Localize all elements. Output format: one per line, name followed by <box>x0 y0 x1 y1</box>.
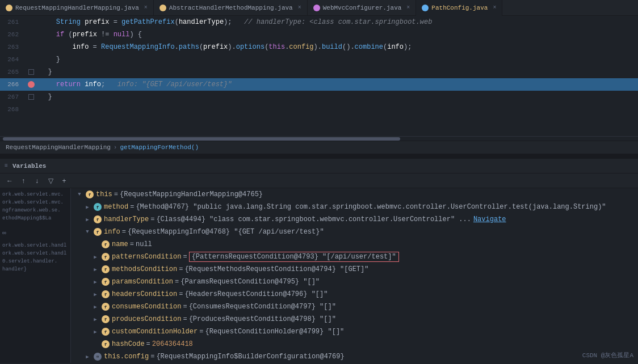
patterns-icon: f <box>102 253 110 261</box>
code-261: String prefix = getPathPrefix(handlerTyp… <box>37 18 638 26</box>
tab-close[interactable]: × <box>144 5 148 11</box>
var-row-params[interactable]: ▶ f paramsCondition = {ParamsRequestCond… <box>71 276 638 288</box>
methods-icon: f <box>102 265 110 273</box>
expand-handlertype[interactable]: ▶ <box>83 215 91 223</box>
expand-headers[interactable]: ▶ <box>91 290 99 298</box>
var-eq-patterns: = <box>183 253 187 261</box>
method-icon: f <box>94 203 102 211</box>
var-row-this[interactable]: ▼ f this = {RequestMappingHandlerMapping… <box>71 188 638 201</box>
hash-icon: f <box>102 340 110 348</box>
code-line-266: 266 return info; info: "{GET /api/user/t… <box>0 78 638 91</box>
sidebar-text-9: ork.web.servlet.handl <box>0 242 70 249</box>
line-number: 261 <box>0 19 26 26</box>
expand-consumes[interactable]: ▶ <box>91 303 99 311</box>
var-row-consumes[interactable]: ▶ f consumesCondition = {ConsumesRequest… <box>71 300 638 313</box>
sidebar-text-1: ork.web.servlet.mvc. <box>0 191 70 198</box>
navigate-link[interactable]: Navigate <box>473 215 506 223</box>
code-scrollbar-h[interactable] <box>0 136 638 141</box>
var-row-methods[interactable]: ▶ f methodsCondition = {RequestMethodsRe… <box>71 263 638 276</box>
var-row-hash[interactable]: f hashCode = 2064364418 <box>71 338 638 350</box>
expand-methods[interactable]: ▶ <box>91 265 99 273</box>
var-eq-config: = <box>150 353 154 361</box>
gutter-266 <box>26 81 37 88</box>
line-number: 264 <box>0 56 26 63</box>
var-row-custom[interactable]: ▶ f customConditionHolder = {RequestCond… <box>71 325 638 338</box>
line-number: 267 <box>0 94 26 100</box>
code-line-261: 261 String prefix = getPathPrefix(handle… <box>0 16 638 28</box>
watermark: CSDN @灰色孤星A <box>582 351 633 359</box>
custom-icon: f <box>102 328 110 336</box>
produces-icon: f <box>102 315 110 323</box>
var-content: ▼ f this = {RequestMappingHandlerMapping… <box>71 188 638 363</box>
var-val-hash: 2064364418 <box>152 340 193 348</box>
tab-close-2[interactable]: × <box>298 5 301 11</box>
consumes-icon: f <box>102 303 110 311</box>
var-row-handlertype[interactable]: ▶ f handlerType = {Class@4494} "class co… <box>71 213 638 226</box>
var-name-config: this.config <box>104 353 149 361</box>
expand-method[interactable]: ▶ <box>83 203 91 211</box>
expand-custom[interactable]: ▶ <box>91 328 99 336</box>
var-name-patterns: patternsCondition <box>112 253 181 261</box>
panel-title: Variables <box>12 163 46 170</box>
var-row-produces[interactable]: ▶ f producesCondition = {ProducesRequest… <box>71 313 638 325</box>
toolbar-down-btn[interactable]: ↓ <box>32 176 42 186</box>
var-val-info: {RequestMappingInfo@4768} "{GET /api/use… <box>128 228 324 236</box>
expand-config[interactable]: ▶ <box>83 353 91 361</box>
var-val-name: null <box>136 240 152 248</box>
var-name-name: name <box>112 240 128 248</box>
var-val-handlertype: {Class@4494} "class com.star.springboot.… <box>156 215 471 223</box>
var-val-methods: {RequestMethodsRequestCondition@4794} "[… <box>184 265 368 273</box>
var-eq-hash: = <box>146 340 150 348</box>
var-val-produces: {ProducesRequestCondition@4798} "[]" <box>189 315 336 323</box>
sidebar-text-4: ethodMapping$$La <box>0 214 70 222</box>
code-266: return info; info: "{GET /api/user/test}… <box>37 81 638 88</box>
var-toolbar: ← ↑ ↓ ▽ + <box>0 173 638 188</box>
toolbar-add-btn[interactable]: + <box>59 176 69 186</box>
tab-webmvc[interactable]: WebMvcConfigurer.java × <box>308 0 417 16</box>
var-row-info[interactable]: ▼ f info = {RequestMappingInfo@4768} "{G… <box>71 226 638 238</box>
code-line-268: 268 <box>0 103 638 116</box>
var-val-headers: {HeadersRequestCondition@4796} "[]" <box>184 290 328 298</box>
handler-icon: f <box>94 215 102 223</box>
var-row-config[interactable]: ▶ ∞ this.config = {RequestMappingInfo$Bu… <box>71 350 638 363</box>
toolbar-up-btn[interactable]: ↑ <box>18 176 28 186</box>
toolbar-back-btn[interactable]: ← <box>5 176 15 186</box>
tab-request-mapping[interactable]: RequestMappingHandlerMapping.java × <box>0 0 154 16</box>
name-icon: f <box>102 240 110 248</box>
expand-produces[interactable]: ▶ <box>91 315 99 323</box>
var-val-custom: {RequestConditionHolder@4799} "[]" <box>205 328 344 336</box>
gutter-267 <box>26 94 37 100</box>
expand-patterns[interactable]: ▶ <box>91 253 99 261</box>
tab-close-4[interactable]: × <box>493 5 496 11</box>
var-row-name[interactable]: f name = null <box>71 238 638 251</box>
tab-close-3[interactable]: × <box>406 5 410 11</box>
expand-params[interactable]: ▶ <box>91 278 99 286</box>
expand-info[interactable]: ▼ <box>83 228 91 236</box>
panel-header: ≡ Variables <box>0 159 638 173</box>
var-val-config: {RequestMappingInfo$BuilderConfiguration… <box>156 353 344 361</box>
line-number: 263 <box>0 44 26 50</box>
var-left-sidebar: ork.web.servlet.mvc. ork.web.servlet.mvc… <box>0 188 71 363</box>
var-row-headers[interactable]: ▶ f headersCondition = {HeadersRequestCo… <box>71 288 638 300</box>
var-list: ork.web.servlet.mvc. ork.web.servlet.mvc… <box>0 188 638 363</box>
panel-grid-icon: ≡ <box>5 163 8 169</box>
tab-abstract-handler[interactable]: AbstractHandlerMethodMapping.java × <box>154 0 308 16</box>
var-row-method[interactable]: ▶ f method = {Method@4767} "public java.… <box>71 201 638 213</box>
var-eq-headers: = <box>179 290 183 298</box>
code-262: if (prefix != null) { <box>37 31 638 39</box>
sidebar-text-3: ngframework.web.se. <box>0 206 70 214</box>
this-icon: f <box>86 191 94 198</box>
var-eq-method: = <box>130 203 134 211</box>
var-eq-params: = <box>175 278 179 286</box>
var-name-custom: customConditionHolder <box>112 328 198 336</box>
var-name-hash: hashCode <box>112 340 145 348</box>
tab-pathconfig[interactable]: PathConfig.java × <box>416 0 502 16</box>
var-val-params: {ParamsRequestCondition@4795} "[]" <box>181 278 320 286</box>
java-icon <box>6 5 12 11</box>
toolbar-filter-btn[interactable]: ▽ <box>45 176 56 186</box>
code-264: } <box>37 56 638 64</box>
breadcrumb-class: RequestMappingHandlerMapping <box>6 144 111 151</box>
var-row-patterns[interactable]: ▶ f patternsCondition = {PatternsRequest… <box>71 251 638 263</box>
breadcrumb-method: getMappingForMethod() <box>120 144 199 151</box>
expand-this[interactable]: ▼ <box>75 191 83 198</box>
